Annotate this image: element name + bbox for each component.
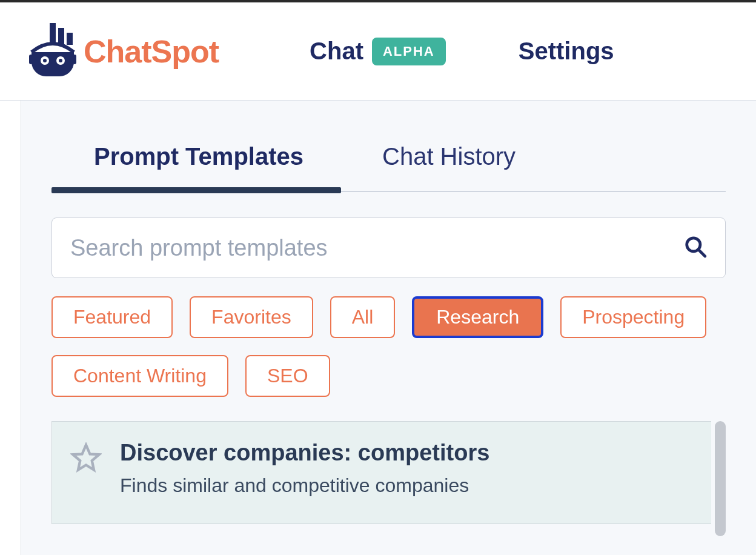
svg-point-5 <box>43 59 47 62</box>
chip-all[interactable]: All <box>330 296 396 338</box>
nav-settings[interactable]: Settings <box>519 38 614 65</box>
tabs: Prompt Templates Chat History <box>51 143 726 170</box>
brand-logo: ChatSpot <box>29 23 219 80</box>
svg-rect-1 <box>58 28 64 45</box>
template-card-title: Discover companies: competitors <box>120 440 489 466</box>
search-input[interactable] <box>70 235 684 261</box>
page-body: Prompt Templates Chat History Featured F… <box>21 101 756 555</box>
filter-chips: Featured Favorites All Research Prospect… <box>51 296 726 397</box>
template-card[interactable]: Discover companies: competitors Finds si… <box>51 421 711 524</box>
template-card-text: Discover companies: competitors Finds si… <box>120 440 489 497</box>
svg-rect-8 <box>73 55 76 64</box>
chip-content-writing[interactable]: Content Writing <box>51 355 228 397</box>
chip-research[interactable]: Research <box>412 296 543 338</box>
svg-rect-2 <box>67 33 73 45</box>
chip-favorites[interactable]: Favorites <box>190 296 313 338</box>
top-nav: Chat ALPHA Settings <box>310 38 614 65</box>
app-header: ChatSpot Chat ALPHA Settings <box>0 2 756 101</box>
svg-point-6 <box>59 59 62 62</box>
svg-rect-0 <box>50 23 56 45</box>
nav-chat[interactable]: Chat ALPHA <box>310 38 446 65</box>
alpha-badge: ALPHA <box>372 38 446 65</box>
chip-prospecting[interactable]: Prospecting <box>560 296 706 338</box>
tab-prompt-templates-label: Prompt Templates <box>94 143 303 170</box>
tab-prompt-templates[interactable]: Prompt Templates <box>94 143 303 170</box>
tab-chat-history[interactable]: Chat History <box>382 143 516 170</box>
tab-chat-history-label: Chat History <box>382 143 516 170</box>
svg-rect-7 <box>29 55 33 64</box>
tab-underline <box>51 187 726 193</box>
brand-mark-icon <box>29 23 76 80</box>
nav-chat-label: Chat <box>310 38 363 65</box>
chip-seo[interactable]: SEO <box>245 355 330 397</box>
star-icon[interactable] <box>70 442 102 497</box>
template-card-description: Finds similar and competitive companies <box>120 474 489 497</box>
search-bar[interactable] <box>51 218 726 278</box>
chip-featured[interactable]: Featured <box>51 296 173 338</box>
svg-marker-11 <box>73 445 99 470</box>
svg-line-10 <box>698 250 705 256</box>
results-area: Discover companies: competitors Finds si… <box>51 421 726 524</box>
nav-settings-label: Settings <box>519 38 614 65</box>
scrollbar-thumb[interactable] <box>715 421 726 536</box>
search-icon[interactable] <box>684 235 707 261</box>
brand-name: ChatSpot <box>84 33 219 70</box>
